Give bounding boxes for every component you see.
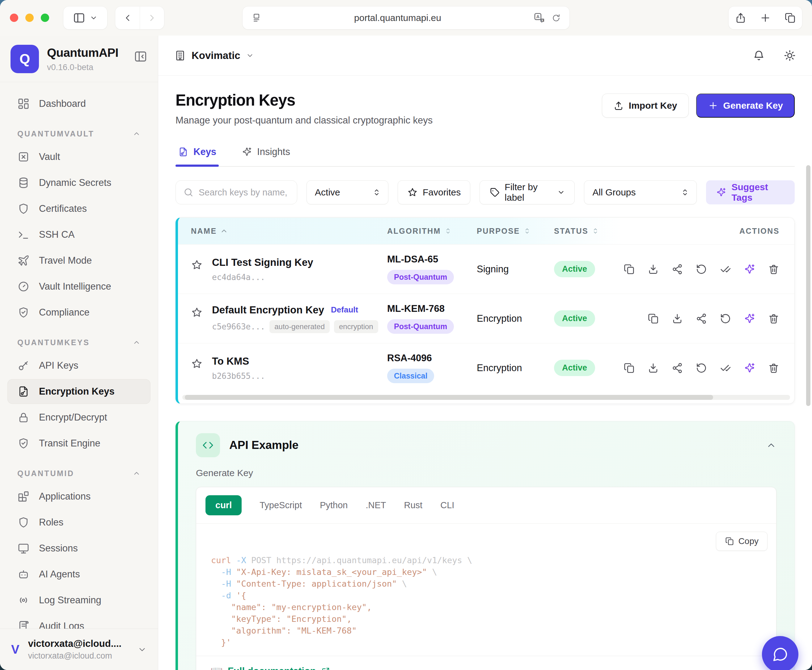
horizontal-scrollbar[interactable]	[182, 395, 790, 400]
sidebar-item-dashboard[interactable]: Dashboard	[7, 91, 151, 116]
tab-overview-icon[interactable]	[784, 12, 796, 24]
share2-action-icon[interactable]	[671, 263, 683, 275]
rotate-ccw-action-icon[interactable]	[720, 313, 731, 325]
notifications-button[interactable]	[753, 49, 765, 62]
minimize-window-button[interactable]	[25, 14, 34, 22]
lang-tab-cli[interactable]: CLI	[440, 500, 454, 510]
copy-code-button[interactable]: Copy	[716, 532, 768, 551]
sidebar-item-sessions[interactable]: Sessions	[7, 536, 151, 561]
theme-toggle-button[interactable]	[783, 49, 796, 62]
sidebar-toggle-button[interactable]	[63, 7, 107, 29]
download-action-icon[interactable]	[647, 263, 659, 275]
broadcast-icon	[17, 594, 30, 606]
search-input-wrapper[interactable]	[176, 180, 297, 205]
favorite-star-icon[interactable]	[191, 358, 203, 370]
suggest-tags-button[interactable]: Suggest Tags	[706, 180, 795, 205]
tab-insights[interactable]: Insights	[239, 142, 293, 166]
download-action-icon[interactable]	[671, 313, 683, 325]
sidebar-item-log-streaming[interactable]: Log Streaming	[7, 588, 151, 612]
sparkles-action-icon[interactable]	[744, 313, 756, 325]
filter-by-label-button[interactable]: Filter by label	[480, 180, 575, 205]
sidebar-item-compliance[interactable]: Compliance	[7, 300, 151, 325]
sidebar-item-audit-logs[interactable]: Audit Logs	[7, 614, 151, 629]
sidebar-item-applications[interactable]: Applications	[7, 484, 151, 509]
full-documentation-link[interactable]: 📖 Full documentation	[210, 665, 330, 670]
copy-action-icon[interactable]	[623, 362, 635, 374]
tab-keys[interactable]: Keys	[176, 142, 219, 166]
check-check-action-icon[interactable]	[720, 263, 731, 275]
forward-button[interactable]	[140, 7, 164, 29]
translate-icon[interactable]: Ax	[534, 12, 545, 24]
download-action-icon[interactable]	[647, 362, 659, 374]
favorites-button[interactable]: Favorites	[398, 180, 470, 205]
lang-tab-typescript[interactable]: TypeScript	[259, 500, 302, 510]
sidebar-item-encrypt-decrypt[interactable]: Encrypt/Decrypt	[7, 405, 151, 430]
copy-action-icon[interactable]	[623, 263, 635, 275]
table-row-to-kms[interactable]: To KMSb263b655...RSA-4096ClassicalEncryp…	[178, 343, 794, 393]
sidebar-item-travel-mode[interactable]: Travel Mode	[7, 248, 151, 273]
sidebar-item-transit-engine[interactable]: Transit Engine	[7, 431, 151, 456]
sparkles-action-icon[interactable]	[744, 362, 756, 374]
scrollbar-thumb[interactable]	[185, 395, 713, 400]
reader-icon[interactable]	[251, 13, 262, 23]
status-select[interactable]: Active	[307, 180, 388, 205]
sidebar-item-encryption-keys[interactable]: Encryption Keys	[7, 379, 151, 404]
favorite-star-icon[interactable]	[191, 259, 203, 271]
back-button[interactable]	[115, 7, 140, 29]
close-window-button[interactable]	[10, 14, 18, 22]
sidebar-item-api-keys[interactable]: API Keys	[7, 353, 151, 378]
sidebar-section-quantumkeys[interactable]: QUANTUMKEYS	[7, 332, 151, 353]
column-name[interactable]: NAME	[191, 227, 387, 235]
trash-action-icon[interactable]	[768, 362, 780, 374]
lang-tab-python[interactable]: Python	[320, 500, 348, 510]
chevron-down-icon[interactable]	[246, 52, 254, 59]
lang-tab-rust[interactable]: Rust	[404, 500, 423, 510]
new-tab-icon[interactable]	[759, 12, 771, 24]
sidebar-item-dynamic-secrets[interactable]: Dynamic Secrets	[7, 171, 151, 195]
share-icon[interactable]	[735, 12, 746, 24]
zoom-window-button[interactable]	[41, 14, 49, 22]
collapse-sidebar-button[interactable]	[134, 50, 147, 73]
user-menu[interactable]: V victorxata@icloud.... victorxata@iclou…	[0, 629, 158, 670]
sidebar-item-vault-intelligence[interactable]: Vault Intelligence	[7, 274, 151, 299]
sidebar-item-roles[interactable]: Roles	[7, 510, 151, 535]
sidebar-item-ssh-ca[interactable]: SSH CA	[7, 222, 151, 247]
collapse-section-button[interactable]	[766, 440, 776, 450]
address-bar[interactable]: portal.quantumapi.eu Ax	[242, 7, 570, 29]
import-key-label: Import Key	[629, 100, 677, 111]
groups-select[interactable]: All Groups	[584, 180, 697, 205]
rotate-ccw-action-icon[interactable]	[695, 362, 707, 374]
key-id: b263b655...	[212, 371, 265, 381]
rotate-ccw-action-icon[interactable]	[695, 263, 707, 275]
trash-action-icon[interactable]	[768, 263, 780, 275]
reload-icon[interactable]	[551, 13, 561, 22]
algorithm-badge: Post-Quantum	[387, 270, 454, 284]
check-check-action-icon[interactable]	[720, 362, 731, 374]
copy-action-icon[interactable]	[647, 313, 659, 325]
sidebar-item-ai-agents[interactable]: AI Agents	[7, 562, 151, 587]
column-purpose[interactable]: PURPOSE	[477, 227, 554, 235]
org-switcher[interactable]: Kovimatic	[192, 50, 241, 61]
table-row-cli-test-signing-key[interactable]: CLI Test Signing Keyec4da64a...ML-DSA-65…	[178, 244, 794, 294]
column-status[interactable]: STATUS	[554, 227, 616, 235]
search-input[interactable]	[199, 188, 290, 198]
import-key-button[interactable]: Import Key	[602, 93, 689, 118]
sidebar-section-quantumid[interactable]: QUANTUMID	[7, 462, 151, 484]
table-row-default-encryption-key[interactable]: Default Encryption KeyDefaultc5e9663e...…	[178, 294, 794, 343]
sidebar-item-label: Roles	[39, 517, 63, 528]
lang-tab-net[interactable]: .NET	[366, 500, 386, 510]
sidebar-item-vault[interactable]: Vault	[7, 144, 151, 169]
sidebar-item-certificates[interactable]: Certificates	[7, 196, 151, 221]
lang-tab-curl[interactable]: curl	[205, 495, 242, 515]
sidebar-section-quantumvault[interactable]: QUANTUMVAULT	[7, 123, 151, 144]
favorite-star-icon[interactable]	[191, 306, 203, 318]
share2-action-icon[interactable]	[695, 313, 707, 325]
share2-action-icon[interactable]	[671, 362, 683, 374]
trash-action-icon[interactable]	[768, 313, 780, 325]
generate-key-button[interactable]: Generate Key	[696, 93, 795, 118]
chat-fab-button[interactable]	[762, 636, 798, 670]
url-text[interactable]: portal.quantumapi.eu	[268, 13, 527, 23]
sparkles-action-icon[interactable]	[744, 263, 756, 275]
vertical-scrollbar[interactable]	[806, 165, 810, 406]
column-algorithm[interactable]: ALGORITHM	[387, 227, 477, 235]
